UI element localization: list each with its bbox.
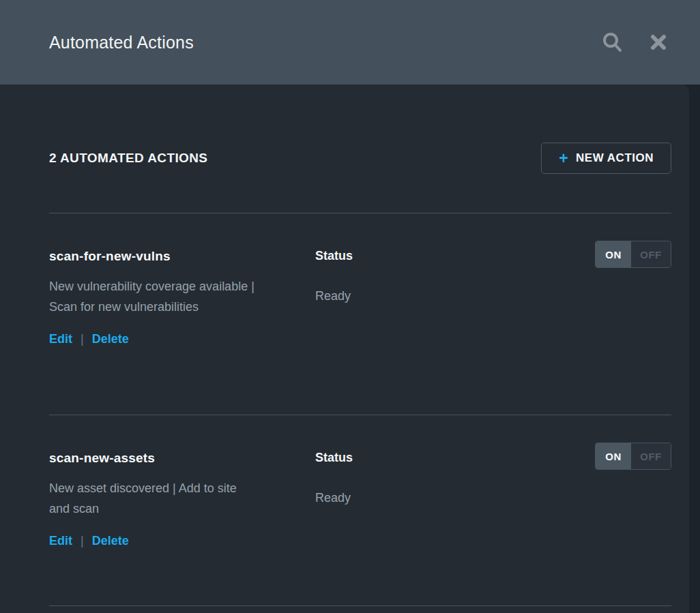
section-header: 2 AUTOMATED ACTIONS + NEW ACTION: [49, 142, 671, 175]
on-off-toggle[interactable]: ON OFF: [595, 443, 671, 470]
dialog-header: Automated Actions: [0, 0, 700, 85]
action-description: New vulnerability coverage available | S…: [49, 276, 315, 317]
new-action-button[interactable]: + NEW ACTION: [541, 143, 671, 174]
action-name: scan-new-assets: [49, 451, 315, 466]
toggle-on-segment[interactable]: ON: [596, 241, 631, 267]
bottom-divider: [49, 605, 671, 612]
action-card-main: scan-new-assets New asset discovered | A…: [49, 443, 315, 605]
delete-link[interactable]: Delete: [92, 534, 129, 548]
edit-link[interactable]: Edit: [49, 332, 72, 346]
header-actions: [598, 29, 670, 57]
action-links: Edit | Delete: [49, 534, 315, 548]
link-separator: |: [81, 534, 84, 548]
action-description-line: and scan: [49, 498, 315, 519]
automated-actions-panel: 2 AUTOMATED ACTIONS + NEW ACTION scan-fo…: [0, 85, 689, 613]
toggle-on-segment[interactable]: ON: [596, 443, 631, 469]
page-title: Automated Actions: [49, 33, 194, 53]
automated-actions-dialog: { "header": { "title": "Automated Action…: [0, 0, 700, 613]
action-card: scan-new-assets New asset discovered | A…: [49, 415, 671, 605]
actions-list: scan-for-new-vulns New vulnerability cov…: [49, 213, 671, 612]
new-action-label: NEW ACTION: [576, 151, 654, 165]
status-label: Status: [315, 249, 595, 263]
action-card: scan-for-new-vulns New vulnerability cov…: [49, 213, 671, 415]
on-off-toggle[interactable]: ON OFF: [595, 241, 671, 268]
status-label: Status: [315, 451, 595, 465]
action-name: scan-for-new-vulns: [49, 249, 315, 264]
edit-link[interactable]: Edit: [49, 534, 72, 548]
action-status-column: Status Ready: [315, 443, 595, 605]
plus-icon: +: [559, 151, 568, 166]
delete-link[interactable]: Delete: [92, 332, 129, 346]
search-icon[interactable]: [598, 29, 626, 57]
status-value: Ready: [315, 289, 595, 303]
toggle-off-segment[interactable]: OFF: [631, 241, 671, 267]
status-value: Ready: [315, 491, 595, 505]
action-card-main: scan-for-new-vulns New vulnerability cov…: [49, 241, 315, 415]
toggle-off-segment[interactable]: OFF: [631, 443, 671, 469]
action-status-column: Status Ready: [315, 241, 595, 415]
action-description: New asset discovered | Add to site and s…: [49, 478, 315, 519]
link-separator: |: [81, 332, 84, 346]
close-icon[interactable]: [647, 31, 670, 54]
action-description-line: New vulnerability coverage available |: [49, 276, 315, 297]
actions-count-heading: 2 AUTOMATED ACTIONS: [49, 151, 207, 166]
action-links: Edit | Delete: [49, 332, 315, 346]
action-description-line: New asset discovered | Add to site: [49, 478, 315, 498]
action-description-line: Scan for new vulnerabilities: [49, 297, 315, 317]
